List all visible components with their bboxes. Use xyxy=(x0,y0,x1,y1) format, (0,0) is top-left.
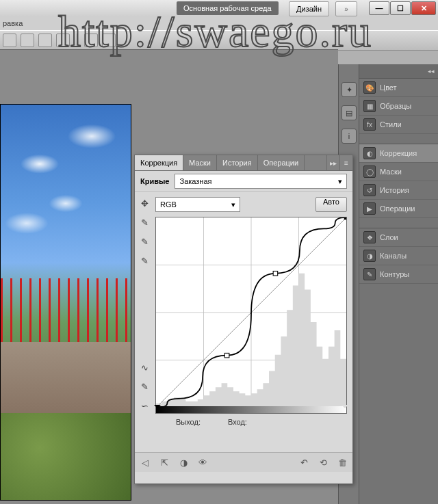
previous-state-icon[interactable]: ↶ xyxy=(298,456,310,468)
tab-actions[interactable]: Операции xyxy=(258,155,305,170)
info-icon[interactable]: i xyxy=(342,129,357,144)
workspace-design-button[interactable]: Дизайн xyxy=(289,1,329,16)
window-minimize-button[interactable]: — xyxy=(369,1,389,15)
swatches-icon: ▦ xyxy=(363,100,376,112)
panel-expand-button[interactable]: ▸▸ xyxy=(326,155,339,170)
panel-row-channels[interactable]: ◑Каналы xyxy=(359,247,438,265)
curve-mode-pencil-icon[interactable]: ✎ xyxy=(138,380,151,393)
panel-row-swatches[interactable]: ▦Образцы xyxy=(359,97,438,116)
panel-group-gap xyxy=(359,218,438,228)
panel-label: Слои xyxy=(380,233,398,241)
adjustment-type-label: Кривые xyxy=(140,177,169,185)
panel-label: Стили xyxy=(380,120,402,129)
panel-footer: ◁ ⇱ ◑ 👁 ↶ ⟲ 🗑 xyxy=(135,452,352,472)
history-icon: ↺ xyxy=(363,184,376,196)
canvas-image[interactable] xyxy=(0,104,131,501)
trash-icon[interactable]: 🗑 xyxy=(336,456,348,468)
curve-mode-smooth-icon[interactable]: ∿ xyxy=(138,360,151,374)
chevron-down-icon: ▾ xyxy=(338,177,342,186)
image-region xyxy=(1,413,131,500)
titlebar: Основная рабочая среда Дизайн » — ☐ ✕ xyxy=(0,0,438,17)
svg-rect-8 xyxy=(273,271,278,276)
curves-graph[interactable] xyxy=(155,217,347,406)
panel-collapse-button[interactable]: ◂◂ xyxy=(359,64,438,79)
menu-item[interactable]: равка xyxy=(3,19,23,27)
svg-rect-7 xyxy=(224,353,229,358)
opt-align-3-icon[interactable] xyxy=(38,34,52,47)
palette-icon: 🎨 xyxy=(363,81,376,94)
fx-icon: fx xyxy=(363,118,376,131)
panel-row-history[interactable]: ↺История xyxy=(359,181,438,200)
layers-icon: ❖ xyxy=(363,231,376,243)
panel-tabs: Коррекция Маски История Операции ▸▸ ≡ xyxy=(135,155,352,171)
histogram-icon[interactable]: ▤ xyxy=(342,105,357,120)
options-bar xyxy=(0,30,438,51)
eyedropper-gray-icon[interactable]: ✎ xyxy=(138,235,151,248)
panel-label: Каналы xyxy=(380,252,407,260)
navigator-icon[interactable]: ✦ xyxy=(342,82,357,97)
return-to-list-icon[interactable]: ◁ xyxy=(139,456,151,468)
preset-select[interactable]: Заказная▾ xyxy=(175,174,347,189)
panel-label: Контуры xyxy=(380,270,409,278)
panel-label: Образцы xyxy=(380,102,411,110)
expand-view-icon[interactable]: ⇱ xyxy=(158,456,170,468)
opt-align-2-icon[interactable] xyxy=(21,34,34,47)
eyedropper-white-icon[interactable]: ✎ xyxy=(138,254,151,267)
masks-icon: ◯ xyxy=(363,165,376,178)
channel-select[interactable]: RGB▾ xyxy=(155,197,240,212)
panel-row-styles[interactable]: fxСтили xyxy=(359,116,438,134)
input-label: Вход: xyxy=(228,418,247,426)
opt-align-1-icon[interactable] xyxy=(3,34,16,47)
clip-to-layer-icon[interactable]: ◑ xyxy=(177,456,190,468)
paths-icon: ✎ xyxy=(363,268,376,280)
preset-value: Заказная xyxy=(179,177,211,185)
reset-icon[interactable]: ⟲ xyxy=(317,456,329,468)
input-gradient[interactable] xyxy=(155,406,347,414)
target-adjust-tool[interactable]: ✥ xyxy=(138,196,151,210)
window-maximize-button[interactable]: ☐ xyxy=(390,1,411,15)
panel-label: Операции xyxy=(380,204,415,213)
right-panel-column: ◂◂ 🎨Цвет ▦Образцы fxСтили ◐Коррекция ◯Ма… xyxy=(359,64,438,504)
tab-history[interactable]: История xyxy=(217,155,258,170)
svg-rect-10 xyxy=(344,217,346,220)
panel-row-layers[interactable]: ❖Слои xyxy=(359,228,438,247)
workspace-more-button[interactable]: » xyxy=(335,1,357,16)
panel-label: Маски xyxy=(380,168,402,176)
opt-align-4-icon[interactable] xyxy=(56,34,70,47)
opt-dist-2-icon[interactable] xyxy=(102,34,116,47)
adjust-icon: ◐ xyxy=(363,147,376,159)
adjustments-panel: Коррекция Маски История Операции ▸▸ ≡ Кр… xyxy=(134,155,353,484)
opt-dist-1-icon[interactable] xyxy=(84,34,98,47)
panel-label: Коррекция xyxy=(380,149,417,157)
channels-icon: ◑ xyxy=(363,250,376,262)
panel-row-actions[interactable]: ▶Операции xyxy=(359,200,438,218)
panel-menu-button[interactable]: ≡ xyxy=(339,155,352,170)
toggle-visibility-icon[interactable]: 👁 xyxy=(196,456,209,468)
actions-icon: ▶ xyxy=(363,202,376,215)
menubar: равка xyxy=(0,16,438,30)
curve-smooth-button[interactable]: ∽ xyxy=(138,399,151,412)
image-region xyxy=(1,342,131,421)
workspace-tab[interactable]: Основная рабочая среда xyxy=(177,1,279,15)
panel-label: Цвет xyxy=(380,83,397,92)
panel-group-gap xyxy=(359,134,438,144)
panel-row-adjustments[interactable]: ◐Коррекция xyxy=(359,144,438,163)
curves-tool-column: ✥ ✎ ✎ ✎ ∿ ✎ ∽ xyxy=(135,192,154,452)
eyedropper-black-icon[interactable]: ✎ xyxy=(138,215,151,229)
panel-label: История xyxy=(380,186,409,194)
tab-masks[interactable]: Маски xyxy=(183,155,217,170)
auto-button[interactable]: Авто xyxy=(315,197,347,212)
panel-row-color[interactable]: 🎨Цвет xyxy=(359,79,438,97)
panel-preset-row: Кривые Заказная▾ xyxy=(135,171,352,192)
tab-adjustments[interactable]: Коррекция xyxy=(135,155,183,170)
separator xyxy=(77,34,77,47)
channel-row: RGB▾ Авто xyxy=(155,196,347,213)
panel-row-paths[interactable]: ✎Контуры xyxy=(359,265,438,284)
window-close-button[interactable]: ✕ xyxy=(411,1,436,15)
output-label: Выход: xyxy=(176,418,201,426)
panel-row-masks[interactable]: ◯Маски xyxy=(359,163,438,181)
channel-value: RGB xyxy=(160,200,177,209)
chevron-down-icon: ▾ xyxy=(231,200,235,209)
